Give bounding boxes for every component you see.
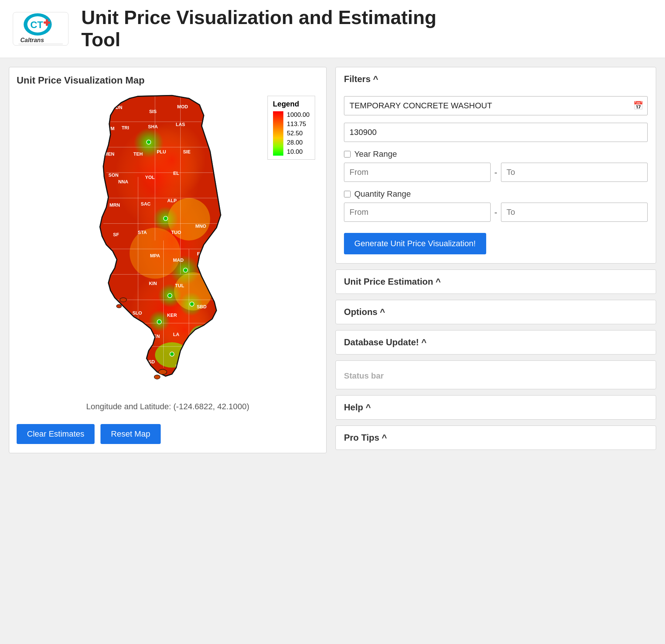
database-header[interactable]: Database Update! ^ xyxy=(336,331,656,354)
svg-text:MNO: MNO xyxy=(195,224,207,229)
svg-text:YOL: YOL xyxy=(145,175,155,180)
svg-text:LA: LA xyxy=(173,332,180,337)
svg-point-84 xyxy=(116,304,122,308)
svg-text:SF: SF xyxy=(113,232,119,237)
svg-text:FRE: FRE xyxy=(197,251,206,256)
filters-content: 📅 Year Range - xyxy=(336,91,656,263)
svg-point-42 xyxy=(168,293,172,297)
item-name-input-wrapper: 📅 xyxy=(344,96,648,115)
svg-text:SHA: SHA xyxy=(148,124,158,129)
map-legend: Legend 1000.00 113.75 52.50 28.00 10.00 xyxy=(267,96,315,160)
app-header: CT Caltrans Unit Price Visualization and… xyxy=(0,0,665,58)
clear-estimates-button[interactable]: Clear Estimates xyxy=(17,424,95,444)
legend-value-1: 1000.00 xyxy=(287,111,310,119)
pro-tips-header[interactable]: Pro Tips ^ xyxy=(336,426,656,450)
legend-value-2: 113.75 xyxy=(287,121,310,128)
legend-value-4: 28.00 xyxy=(287,139,310,146)
item-code-field xyxy=(344,123,648,142)
legend-gradient xyxy=(273,111,283,156)
svg-text:MRN: MRN xyxy=(109,202,120,207)
svg-point-43 xyxy=(157,320,161,324)
svg-point-86 xyxy=(154,375,160,379)
pro-tips-panel: Pro Tips ^ xyxy=(335,426,656,450)
item-name-input[interactable] xyxy=(344,96,648,115)
options-panel: Options ^ xyxy=(335,300,656,324)
app-title: Unit Price Visualization and Estimating … xyxy=(81,7,436,51)
svg-text:SIS: SIS xyxy=(149,109,157,114)
quantity-range-label: Quantity Range xyxy=(344,189,648,199)
svg-text:INY: INY xyxy=(204,277,212,282)
estimation-header[interactable]: Unit Price Estimation ^ xyxy=(336,270,656,294)
year-from-input[interactable] xyxy=(344,163,491,182)
year-range-dash: - xyxy=(494,167,497,177)
legend-value-5: 10.00 xyxy=(287,148,310,156)
svg-point-85 xyxy=(158,369,167,374)
svg-point-41 xyxy=(183,268,187,272)
help-panel: Help ^ xyxy=(335,395,656,420)
year-range-field: Year Range - xyxy=(344,149,648,182)
status-bar-label: Status bar xyxy=(344,367,384,382)
coordinates-display: Longitude and Latitude: (-124.6822, 42.1… xyxy=(17,402,319,411)
svg-text:SON: SON xyxy=(109,173,119,178)
map-buttons: Clear Estimates Reset Map xyxy=(17,420,319,445)
reset-map-button[interactable]: Reset Map xyxy=(100,424,160,444)
svg-text:LAS: LAS xyxy=(176,122,185,127)
year-to-input[interactable] xyxy=(501,163,648,182)
map-panel-title: Unit Price Visualization Map xyxy=(17,75,319,86)
map-wrapper[interactable]: DN SIS MOD HUM TRI SHA LAS MEN TEH PLU S… xyxy=(17,92,319,395)
svg-text:Caltrans: Caltrans xyxy=(20,37,44,43)
svg-text:TEH: TEH xyxy=(133,152,143,157)
year-range-row: - xyxy=(344,163,648,182)
map-panel: Unit Price Visualization Map xyxy=(9,67,327,453)
right-panel: Filters ^ 📅 Year Range xyxy=(335,67,656,450)
svg-text:KER: KER xyxy=(167,313,177,318)
qty-range-dash: - xyxy=(494,207,497,217)
help-header[interactable]: Help ^ xyxy=(336,396,656,419)
item-code-input[interactable] xyxy=(344,123,648,142)
svg-text:TUO: TUO xyxy=(171,230,181,235)
svg-text:DN: DN xyxy=(116,105,122,110)
filters-header[interactable]: Filters ^ xyxy=(336,67,656,91)
svg-text:MAD: MAD xyxy=(173,257,184,262)
california-map[interactable]: DN SIS MOD HUM TRI SHA LAS MEN TEH PLU S… xyxy=(61,92,275,380)
svg-text:SIE: SIE xyxy=(183,149,190,155)
svg-point-45 xyxy=(170,352,174,356)
legend-value-3: 52.50 xyxy=(287,130,310,137)
svg-point-23 xyxy=(189,325,214,350)
year-range-checkbox[interactable] xyxy=(344,151,351,157)
svg-text:CT: CT xyxy=(30,19,43,30)
svg-text:SLO: SLO xyxy=(132,311,142,316)
svg-text:TRI: TRI xyxy=(122,125,129,131)
svg-text:SAC: SAC xyxy=(141,201,151,207)
quantity-range-checkbox[interactable] xyxy=(344,191,351,197)
qty-from-input[interactable] xyxy=(344,203,491,222)
logo: CT Caltrans xyxy=(11,10,70,47)
status-header: Status bar xyxy=(336,361,656,389)
options-header[interactable]: Options ^ xyxy=(336,300,656,324)
quantity-range-field: Quantity Range - xyxy=(344,189,648,222)
svg-text:TUL: TUL xyxy=(175,283,184,288)
legend-labels: 1000.00 113.75 52.50 28.00 10.00 xyxy=(287,111,310,156)
svg-point-39 xyxy=(147,140,151,144)
generate-button[interactable]: Generate Unit Price Visualization! xyxy=(344,233,486,254)
status-panel: Status bar xyxy=(335,360,656,389)
svg-text:NNA: NNA xyxy=(118,179,128,184)
quantity-range-row: - xyxy=(344,203,648,222)
svg-point-83 xyxy=(120,298,126,302)
svg-text:RIV: RIV xyxy=(201,332,209,337)
main-content: Unit Price Visualization Map xyxy=(0,58,665,462)
year-range-label: Year Range xyxy=(344,149,648,159)
filters-panel: Filters ^ 📅 Year Range xyxy=(335,67,656,264)
estimation-panel: Unit Price Estimation ^ xyxy=(335,270,656,294)
svg-point-40 xyxy=(164,216,168,220)
svg-text:STA: STA xyxy=(138,230,147,235)
svg-text:SBD: SBD xyxy=(197,304,207,309)
qty-to-input[interactable] xyxy=(501,203,648,222)
svg-text:ALP: ALP xyxy=(167,198,177,203)
svg-text:MPA: MPA xyxy=(150,253,160,258)
calendar-icon[interactable]: 📅 xyxy=(633,101,643,111)
legend-title: Legend xyxy=(273,100,310,108)
database-panel: Database Update! ^ xyxy=(335,330,656,355)
svg-text:MOD: MOD xyxy=(177,104,188,109)
svg-text:SB: SB xyxy=(130,336,136,341)
